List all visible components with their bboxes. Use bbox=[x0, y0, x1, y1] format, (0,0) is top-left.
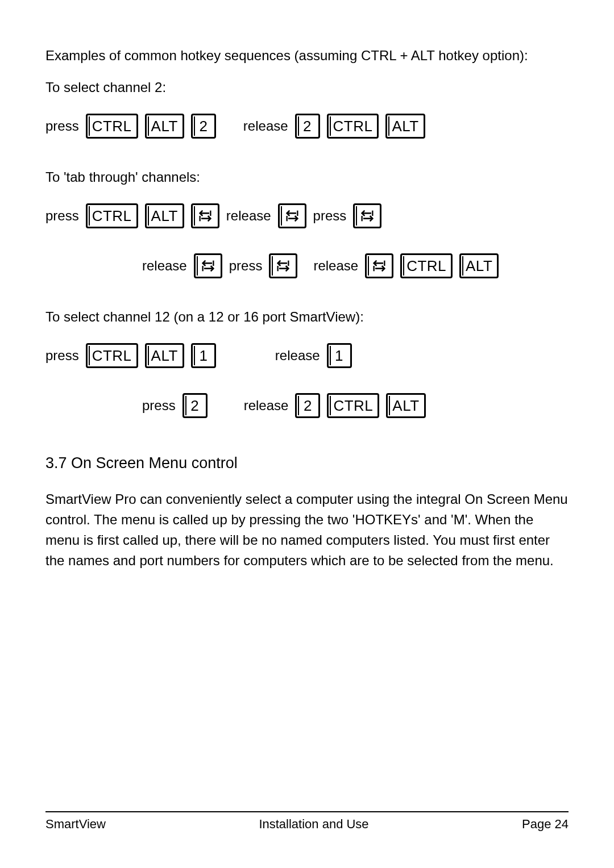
page-footer: SmartView Installation and Use Page 24 bbox=[45, 811, 569, 832]
sequence-row: press CTRL ALT 2 release 2 CTRL ALT bbox=[45, 114, 569, 139]
intro-text: Examples of common hotkey sequences (ass… bbox=[45, 45, 569, 66]
release-label: release bbox=[142, 258, 187, 274]
press-label: press bbox=[313, 208, 347, 224]
ctrl-key-icon: CTRL bbox=[86, 114, 138, 139]
release-label: release bbox=[275, 348, 320, 364]
alt-key-icon: ALT bbox=[385, 114, 425, 139]
alt-key-icon: ALT bbox=[386, 393, 425, 418]
two-key-icon: 2 bbox=[182, 393, 208, 418]
tab-key-icon bbox=[365, 253, 393, 278]
tab-key-icon bbox=[278, 203, 306, 228]
footer-center: Installation and Use bbox=[259, 817, 368, 832]
ctrl-key-icon: CTRL bbox=[327, 393, 379, 418]
alt-key-icon: ALT bbox=[145, 343, 184, 368]
ctrl-key-icon: CTRL bbox=[86, 203, 138, 228]
one-key-icon: 1 bbox=[191, 343, 216, 368]
press-label: press bbox=[45, 208, 79, 224]
alt-key-icon: ALT bbox=[459, 253, 499, 278]
sequence-row: press CTRL ALT release press bbox=[45, 203, 569, 228]
section-body: SmartView Pro can conveniently select a … bbox=[45, 489, 569, 571]
press-label: press bbox=[45, 118, 79, 134]
sequence-row: press 2 release 2 CTRL ALT bbox=[45, 393, 569, 418]
release-label: release bbox=[226, 208, 271, 224]
two-key-icon: 2 bbox=[295, 393, 320, 418]
tab-key-icon bbox=[191, 203, 219, 228]
release-label: release bbox=[243, 118, 288, 134]
ctrl-key-icon: CTRL bbox=[86, 343, 138, 368]
tab-key-icon bbox=[353, 203, 381, 228]
ctrl-key-icon: CTRL bbox=[327, 114, 379, 139]
section-heading: 3.7 On Screen Menu control bbox=[45, 454, 569, 472]
example3-title: To select channel 12 (on a 12 or 16 port… bbox=[45, 307, 569, 327]
footer-right: Page 24 bbox=[522, 817, 569, 832]
sequence-row: press CTRL ALT 1 release 1 bbox=[45, 343, 569, 368]
press-label: press bbox=[45, 348, 79, 364]
two-key-icon: 2 bbox=[191, 114, 216, 139]
tab-key-icon bbox=[194, 253, 222, 278]
ctrl-key-icon: CTRL bbox=[400, 253, 453, 278]
example1-title: To select channel 2: bbox=[45, 77, 569, 98]
example2-title: To 'tab through' channels: bbox=[45, 167, 569, 187]
two-key-icon: 2 bbox=[295, 114, 320, 139]
footer-left: SmartView bbox=[45, 817, 106, 832]
press-label: press bbox=[229, 258, 263, 274]
press-label: press bbox=[142, 398, 176, 414]
one-key-icon: 1 bbox=[327, 343, 352, 368]
alt-key-icon: ALT bbox=[145, 114, 184, 139]
tab-key-icon bbox=[269, 253, 297, 278]
alt-key-icon: ALT bbox=[145, 203, 184, 228]
sequence-row: release press release bbox=[45, 253, 569, 278]
release-label: release bbox=[244, 398, 289, 414]
release-label: release bbox=[313, 258, 358, 274]
